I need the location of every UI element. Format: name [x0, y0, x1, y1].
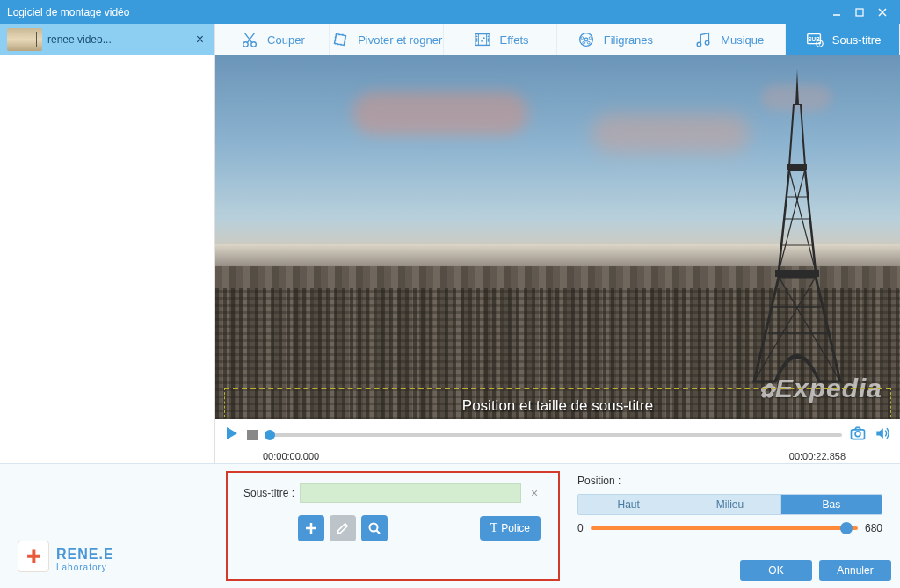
- edit-subtitle-button[interactable]: [330, 515, 356, 541]
- logo-sub-text: Laboratory: [56, 563, 114, 572]
- logo-icon: ✚: [18, 541, 49, 572]
- svg-point-17: [583, 41, 585, 44]
- logo: ✚ RENE.E Laboratory: [0, 464, 215, 588]
- file-close-icon[interactable]: ×: [192, 32, 207, 47]
- tool-subtitle[interactable]: SUBT Sous-titre: [786, 24, 900, 55]
- timeline-slider[interactable]: [265, 433, 842, 437]
- close-button[interactable]: [872, 4, 893, 21]
- maximize-button[interactable]: [849, 4, 870, 21]
- tool-effects-label: Effets: [500, 33, 529, 47]
- window-title: Logiciel de montage vidéo: [7, 6, 824, 18]
- subtitle-overlay-text: Position et taille de sous-titre: [462, 397, 653, 417]
- position-max: 680: [865, 522, 882, 534]
- subtitle-overlay-area[interactable]: Position et taille de sous-titre: [224, 388, 891, 417]
- position-label: Position :: [577, 475, 882, 487]
- tool-rotate-label: Pivoter et rogner: [358, 33, 442, 47]
- position-bottom[interactable]: Bas: [781, 495, 882, 514]
- tool-watermark-label: Filigranes: [604, 33, 653, 47]
- tool-music-label: Musique: [721, 33, 764, 47]
- playback-start-time: 00:00:00.000: [263, 451, 319, 461]
- tool-cut[interactable]: Couper: [215, 24, 330, 55]
- position-toggle: Haut Milieu Bas: [577, 494, 882, 515]
- scissors-icon: [239, 29, 260, 50]
- subtitle-input[interactable]: [300, 483, 521, 503]
- font-button-label: Police: [501, 522, 530, 534]
- file-name: renee video...: [47, 33, 187, 46]
- svg-point-20: [705, 40, 709, 45]
- position-middle[interactable]: Milieu: [679, 495, 780, 514]
- titlebar: Logiciel de montage vidéo: [0, 0, 900, 24]
- crop-rotate-icon: [330, 29, 351, 50]
- position-min: 0: [577, 522, 584, 534]
- tool-cut-label: Couper: [267, 33, 305, 47]
- svg-point-15: [581, 37, 584, 40]
- watermark-icon: [576, 29, 597, 50]
- svg-point-28: [855, 432, 860, 437]
- file-tab[interactable]: renee video... ×: [0, 24, 214, 55]
- minimize-button[interactable]: [826, 4, 847, 21]
- play-button[interactable]: [224, 425, 240, 445]
- tool-watermark[interactable]: Filigranes: [557, 24, 671, 55]
- search-subtitle-button[interactable]: [361, 515, 388, 541]
- svg-point-14: [584, 38, 588, 41]
- font-icon: T: [490, 521, 498, 535]
- svg-point-12: [481, 40, 483, 42]
- svg-rect-8: [475, 34, 490, 46]
- tool-rotate[interactable]: Pivoter et rogner: [330, 24, 444, 55]
- tool-subtitle-label: Sous-titre: [832, 33, 882, 47]
- stop-button[interactable]: [247, 430, 258, 440]
- playback-bar: [215, 419, 900, 451]
- svg-point-11: [483, 37, 484, 39]
- svg-text:T: T: [818, 41, 822, 47]
- svg-rect-1: [856, 9, 863, 16]
- tool-effects[interactable]: Effets: [444, 24, 558, 55]
- add-subtitle-button[interactable]: [298, 515, 324, 541]
- svg-point-29: [370, 524, 378, 532]
- subtitle-icon: SUBT: [804, 29, 825, 50]
- subtitle-panel: Sous-titre : × T Police: [226, 471, 560, 581]
- ok-button[interactable]: OK: [740, 560, 812, 581]
- svg-point-13: [579, 33, 592, 47]
- playback-end-time: 00:00:22.858: [789, 451, 846, 461]
- svg-rect-7: [336, 35, 345, 45]
- eiffel-tower-graphic: [745, 69, 849, 386]
- volume-button[interactable]: [874, 425, 891, 446]
- position-top[interactable]: Haut: [578, 495, 679, 514]
- svg-rect-6: [335, 33, 346, 45]
- subtitle-clear-icon[interactable]: ×: [526, 486, 542, 500]
- file-thumbnail: [7, 28, 42, 51]
- subtitle-label: Sous-titre :: [243, 487, 294, 499]
- font-button[interactable]: T Police: [480, 516, 541, 541]
- position-slider[interactable]: [591, 526, 858, 530]
- snapshot-button[interactable]: [849, 425, 867, 446]
- cancel-button[interactable]: Annuler: [819, 560, 891, 581]
- svg-point-16: [589, 37, 592, 40]
- toolbar: Couper Pivoter et rogner Effets Filigran…: [215, 24, 900, 55]
- sidebar: renee video... ×: [0, 24, 215, 463]
- timeline-thumb[interactable]: [265, 430, 275, 440]
- video-preview: ✿Expedia Position et taille de sous-titr…: [215, 55, 900, 419]
- effects-icon: [472, 29, 493, 50]
- tool-music[interactable]: Musique: [671, 24, 786, 55]
- position-slider-thumb[interactable]: [840, 522, 853, 534]
- music-icon: [693, 29, 714, 50]
- svg-point-18: [587, 41, 590, 44]
- logo-main-text: RENE.E: [56, 547, 114, 563]
